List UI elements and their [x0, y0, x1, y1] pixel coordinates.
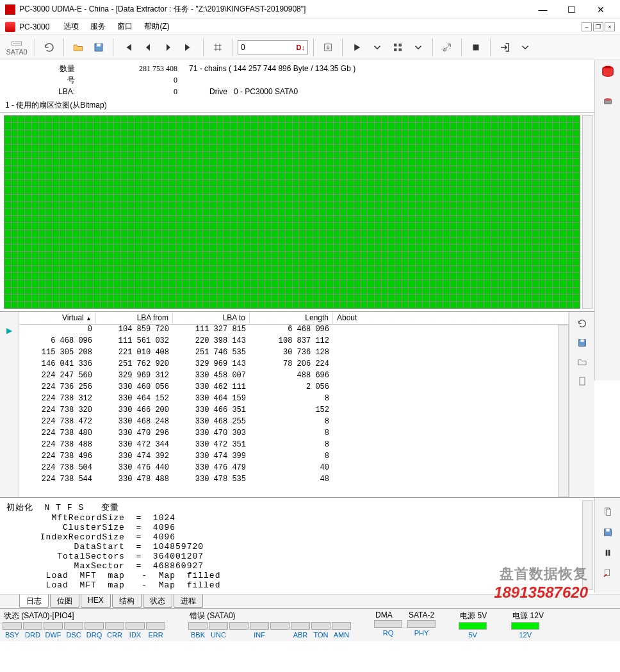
led-TON: TON — [311, 622, 330, 639]
row-marker-icon: ▶ — [6, 326, 12, 497]
address-suffix: D↓ — [297, 44, 305, 51]
led-DSC: DSC — [64, 622, 83, 639]
tools-icon[interactable] — [438, 38, 456, 56]
brand-label[interactable]: PC-3000 — [19, 22, 49, 31]
svg-rect-5 — [394, 44, 397, 47]
play-icon[interactable] — [348, 38, 366, 56]
exit-icon[interactable] — [496, 38, 514, 56]
svg-rect-7 — [394, 48, 397, 51]
info-num-value: 0 — [80, 76, 183, 85]
table-row[interactable]: 6 468 096111 561 032220 398 143108 837 1… — [19, 336, 569, 348]
table-row[interactable]: 224 738 320330 466 200330 466 351152 — [19, 406, 569, 417]
table-refresh-icon[interactable] — [574, 316, 591, 331]
status-sata-title: 状态 (SATA0)-[PIO4] — [3, 610, 165, 622]
log-text: 初始化 N T F S 变量 MftRecordSize = 1024 Clus… — [0, 498, 620, 594]
tab-bitmap[interactable]: 位图 — [50, 594, 79, 608]
table-row[interactable]: 224 738 496330 474 392330 474 3998 — [19, 452, 569, 463]
exit-dropdown-icon[interactable] — [516, 38, 534, 56]
table-save-icon[interactable] — [574, 335, 591, 350]
play-dropdown-icon[interactable] — [368, 38, 386, 56]
disk-small-icon[interactable] — [600, 94, 616, 109]
log-clear-icon[interactable] — [600, 566, 616, 581]
tab-status[interactable]: 状态 — [143, 594, 172, 608]
svg-point-16 — [604, 98, 611, 101]
window-title: PC-3000 UDMA-E - China - [Data Extractor… — [19, 4, 528, 15]
svg-rect-13 — [580, 377, 585, 385]
open-icon[interactable] — [69, 38, 87, 56]
log-scrollbar[interactable] — [582, 500, 593, 590]
menu-services[interactable]: 服务 — [85, 19, 111, 34]
led-ERR: ERR — [146, 622, 165, 639]
log-pause-icon[interactable] — [600, 545, 616, 561]
disk-red-icon[interactable] — [600, 64, 616, 79]
prev-icon[interactable] — [139, 38, 157, 56]
tab-log[interactable]: 日志 — [19, 594, 49, 608]
info-num-label: 号 — [38, 75, 80, 86]
mdi-restore[interactable]: ❐ — [593, 22, 603, 31]
th-about[interactable]: About — [333, 312, 569, 324]
port-button[interactable]: SATA0 — [4, 38, 29, 56]
table-row[interactable]: 115 305 208221 010 408251 746 53530 736 … — [19, 348, 569, 359]
maximize-button[interactable]: ☐ — [557, 1, 586, 19]
info-count-label: 数量 — [38, 63, 80, 74]
tab-struct[interactable]: 结构 — [112, 594, 142, 608]
th-lba-from[interactable]: LBA from — [96, 312, 173, 324]
grid-icon[interactable] — [209, 38, 227, 56]
led-DWF: DWF — [44, 622, 63, 639]
table-row[interactable]: 224 738 480330 470 296330 470 3038 — [19, 429, 569, 440]
table-row[interactable]: 224 738 504330 476 440330 476 47940 — [19, 463, 569, 475]
address-value: 0 — [241, 43, 245, 52]
grid2-dropdown-icon[interactable] — [409, 38, 427, 56]
table-row[interactable]: 0104 859 720111 327 8156 468 096 — [19, 325, 569, 336]
log-save-icon[interactable] — [600, 525, 616, 540]
table-scrollbar[interactable] — [558, 325, 569, 497]
status-sata2-title: SATA-2 — [407, 610, 436, 620]
table-doc-icon[interactable] — [574, 373, 591, 389]
table-folder-icon[interactable] — [574, 354, 591, 370]
status-12v-title: 电源 12V — [511, 610, 545, 622]
next-icon[interactable] — [159, 38, 177, 56]
first-icon[interactable] — [118, 38, 136, 56]
led-DRD: DRD — [23, 622, 42, 639]
menu-window[interactable]: 窗口 — [112, 19, 138, 34]
table-row[interactable]: 224 738 472330 468 248330 468 2558 — [19, 417, 569, 429]
led-12V: 12V — [511, 622, 539, 639]
bitmap-scrollbar[interactable] — [582, 115, 593, 309]
stop-icon[interactable] — [467, 38, 485, 56]
tab-process[interactable]: 进程 — [174, 594, 203, 608]
table-area: ▶ Virtual ▲ LBA from LBA to Length About… — [0, 311, 594, 497]
led-blank — [229, 622, 249, 639]
svg-rect-18 — [606, 509, 610, 515]
led-DRQ: DRQ — [85, 622, 104, 639]
tab-hex[interactable]: HEX — [81, 594, 111, 608]
export-icon[interactable] — [319, 38, 337, 56]
bitmap-area[interactable] — [0, 113, 594, 311]
mdi-close[interactable]: × — [605, 22, 615, 31]
th-virtual[interactable]: Virtual ▲ — [19, 312, 96, 324]
info-count-extra: 71 - chains ( 144 257 744 896 Byte / 134… — [183, 64, 355, 73]
info-lba-value: 0 — [80, 87, 183, 97]
table-row[interactable]: 224 247 560329 969 312330 458 007488 696 — [19, 371, 569, 382]
table-row[interactable]: 224 738 544330 478 488330 478 53548 — [19, 475, 569, 486]
log-copy-icon[interactable] — [600, 504, 616, 520]
brand-icon — [5, 22, 15, 32]
table-row[interactable]: 224 738 312330 464 152330 464 1598 — [19, 394, 569, 406]
th-lba-to[interactable]: LBA to — [173, 312, 250, 324]
menu-options[interactable]: 选项 — [58, 19, 84, 34]
address-input[interactable]: 0 D↓ — [238, 40, 308, 54]
table-row[interactable]: 146 041 336251 762 920329 969 14378 206 … — [19, 359, 569, 371]
last-icon[interactable] — [180, 38, 198, 56]
led-5V: 5V — [459, 622, 487, 639]
mdi-minimize[interactable]: – — [582, 22, 592, 31]
menu-help[interactable]: 帮助(Z) — [139, 19, 174, 34]
log-section: 初始化 N T F S 变量 MftRecordSize = 1024 Clus… — [0, 497, 620, 608]
refresh-icon[interactable] — [40, 38, 58, 56]
table-row[interactable]: 224 736 256330 460 056330 462 1112 056 — [19, 382, 569, 394]
table-row[interactable]: 224 738 488330 472 344330 472 3518 — [19, 440, 569, 452]
statusbar: 状态 (SATA0)-[PIO4] BSYDRDDWFDSCDRQCRRIDXE… — [0, 608, 620, 641]
grid2-icon[interactable] — [389, 38, 407, 56]
save-icon[interactable] — [90, 38, 108, 56]
minimize-button[interactable]: — — [528, 1, 557, 19]
th-length[interactable]: Length — [250, 312, 333, 324]
close-button[interactable]: ✕ — [586, 1, 615, 19]
